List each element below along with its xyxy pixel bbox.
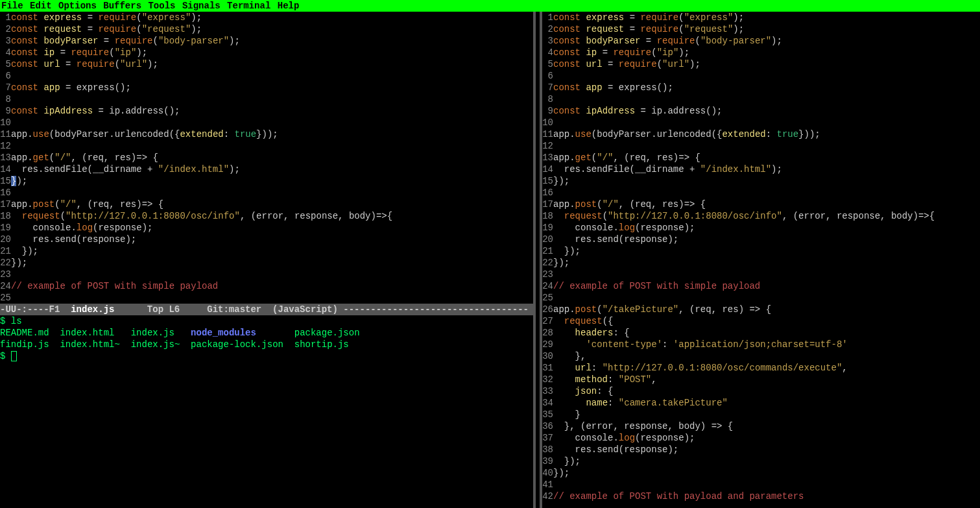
code-line[interactable]: 19 console.log(response); [0, 222, 533, 234]
code-line[interactable]: 21 }); [0, 245, 533, 257]
code-line[interactable]: 8 [0, 93, 533, 105]
code-line[interactable]: 6 [0, 70, 533, 82]
code-line[interactable]: 25 [542, 292, 980, 304]
code-line[interactable]: 10 [542, 117, 980, 128]
code-line[interactable]: 24// example of POST with simple payload [0, 280, 533, 292]
code-line[interactable]: 34 name: "camera.takePicture" [542, 397, 980, 409]
menu-bar[interactable]: File Edit Options Buffers Tools Signals … [0, 0, 980, 12]
code-line[interactable]: 25 [0, 292, 533, 304]
code-line[interactable]: 23 [0, 269, 533, 280]
code-line[interactable]: 16 [542, 187, 980, 199]
code-line[interactable]: 13app.get("/", (req, res)=> { [542, 152, 980, 163]
code-line[interactable]: 4const ip = require("ip"); [542, 47, 980, 58]
code-line[interactable]: 36 }, (error, response, body) => { [542, 420, 980, 432]
code-line[interactable]: 21 }); [542, 245, 980, 257]
code-line[interactable]: 6 [542, 70, 980, 82]
shell-line: README.md index.html index.js node_modul… [0, 327, 533, 339]
vertical-divider[interactable] [533, 12, 542, 508]
shell-prompt[interactable]: $ [0, 350, 533, 362]
menu-tools[interactable]: Tools [148, 1, 175, 11]
code-line[interactable]: 17app.post("/", (req, res)=> { [0, 199, 533, 210]
code-line[interactable]: 33 json: { [542, 385, 980, 397]
menu-file[interactable]: File [1, 1, 23, 11]
left-pane: 1const express = require("express");2con… [0, 12, 533, 508]
code-line[interactable]: 40}); [542, 467, 980, 479]
code-line[interactable]: 4const ip = require("ip"); [0, 47, 533, 58]
code-line[interactable]: 12 [542, 140, 980, 152]
menu-help[interactable]: Help [278, 1, 300, 11]
code-line[interactable]: 28 headers: { [542, 327, 980, 339]
menu-terminal[interactable]: Terminal [227, 1, 270, 11]
buffer-name: index.js [71, 304, 114, 315]
menu-options[interactable]: Options [58, 1, 97, 11]
code-line[interactable]: 38 res.send(response); [542, 444, 980, 455]
code-line[interactable]: 17app.post("/", (req, res)=> { [542, 199, 980, 210]
code-line[interactable]: 3const bodyParser = require("body-parser… [542, 35, 980, 47]
code-line[interactable]: 20 res.send(response); [0, 234, 533, 245]
code-line[interactable]: 20 res.send(response); [542, 234, 980, 245]
code-line[interactable]: 11app.use(bodyParser.urlencoded({extende… [542, 128, 980, 140]
code-line[interactable]: 18 request("http://127.0.0.1:8080/osc/in… [0, 210, 533, 222]
code-line[interactable]: 30 }, [542, 350, 980, 362]
code-line[interactable]: 19 console.log(response); [542, 222, 980, 234]
code-line[interactable]: 41 [542, 479, 980, 490]
code-line[interactable]: 9const ipAddress = ip.address(); [542, 105, 980, 117]
code-line[interactable]: 14 res.sendFile(__dirname + "/index.html… [0, 163, 533, 175]
terminal-shell[interactable]: $ lsREADME.md index.html index.js node_m… [0, 315, 533, 362]
code-line[interactable]: 7const app = express(); [0, 82, 533, 93]
code-line[interactable]: 11app.use(bodyParser.urlencoded({extende… [0, 128, 533, 140]
code-line[interactable]: 9const ipAddress = ip.address(); [0, 105, 533, 117]
code-line[interactable]: 15}); [542, 175, 980, 187]
code-line[interactable]: 3const bodyParser = require("body-parser… [0, 35, 533, 47]
code-line[interactable]: 15}); [0, 175, 533, 187]
code-line[interactable]: 12 [0, 140, 533, 152]
menu-edit[interactable]: Edit [30, 1, 52, 11]
code-line[interactable]: 14 res.sendFile(__dirname + "/index.html… [542, 163, 980, 175]
code-line[interactable]: 10 [0, 117, 533, 128]
code-line[interactable]: 22}); [0, 257, 533, 269]
menu-signals[interactable]: Signals [182, 1, 221, 11]
code-line[interactable]: 1const express = require("express"); [542, 12, 980, 23]
code-line[interactable]: 31 url: "http://127.0.0.1:8080/osc/comma… [542, 362, 980, 374]
code-line[interactable]: 7const app = express(); [542, 82, 980, 93]
code-line[interactable]: 5const url = require("url"); [0, 58, 533, 70]
menu-buffers[interactable]: Buffers [103, 1, 141, 11]
code-line[interactable]: 5const url = require("url"); [542, 58, 980, 70]
code-line[interactable]: 24// example of POST with simple payload [542, 280, 980, 292]
code-line[interactable]: 22}); [542, 257, 980, 269]
code-line[interactable]: 23 [542, 269, 980, 280]
code-line[interactable]: 35 } [542, 409, 980, 420]
code-line[interactable]: 2const request = require("request"); [0, 23, 533, 35]
code-line[interactable]: 29 'content-type': 'application/json;cha… [542, 339, 980, 350]
code-line[interactable]: 26app.post("/takePicture", (req, res) =>… [542, 304, 980, 315]
shell-line: $ ls [0, 315, 533, 327]
code-line[interactable]: 8 [542, 93, 980, 105]
mode-line: -UU-:----F1 index.js Top L6 Git:master (… [0, 304, 533, 315]
code-line[interactable]: 32 method: "POST", [542, 374, 980, 385]
shell-line: findip.js index.html~ index.js~ package-… [0, 339, 533, 350]
code-editor-left[interactable]: 1const express = require("express");2con… [0, 12, 533, 304]
code-line[interactable]: 18 request("http://127.0.0.1:8080/osc/in… [542, 210, 980, 222]
code-line[interactable]: 39 }); [542, 455, 980, 467]
code-line[interactable]: 16 [0, 187, 533, 199]
cursor-icon [11, 351, 17, 361]
code-line[interactable]: 1const express = require("express"); [0, 12, 533, 23]
code-line[interactable]: 2const request = require("request"); [542, 23, 980, 35]
code-line[interactable]: 37 console.log(response); [542, 432, 980, 444]
code-line[interactable]: 42// example of POST with payload and pa… [542, 490, 980, 502]
right-pane: 1const express = require("express");2con… [542, 12, 980, 508]
code-editor-right[interactable]: 1const express = require("express");2con… [542, 12, 980, 502]
code-line[interactable]: 27 request({ [542, 315, 980, 327]
code-line[interactable]: 13app.get("/", (req, res)=> { [0, 152, 533, 163]
